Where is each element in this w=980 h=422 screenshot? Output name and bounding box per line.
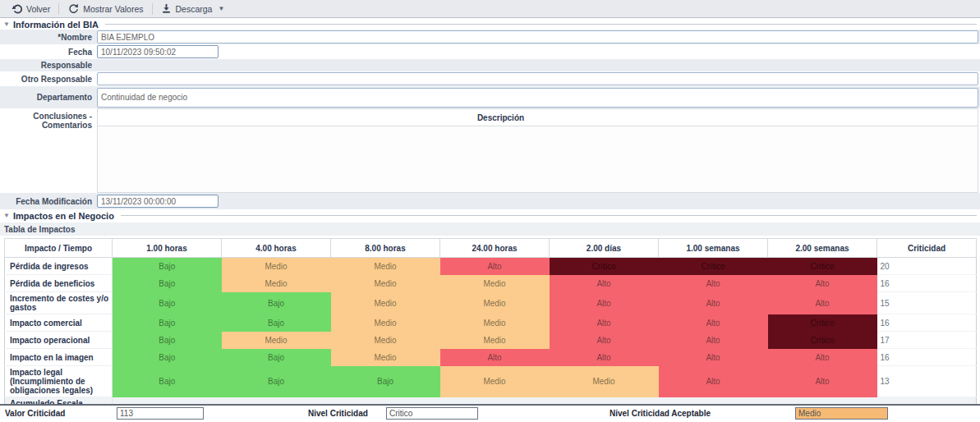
impact-cell-alto: Alto (659, 332, 768, 349)
impact-cell-critico: Crítico (659, 258, 768, 275)
impact-cell-alto: Alto (659, 292, 768, 314)
otro-responsable-label: Otro Responsable (0, 75, 97, 84)
impact-table-row: Impacto en la imagenBajoBajoMedioAltoAlt… (5, 349, 977, 366)
descarga-button[interactable]: Descarga ▼ (153, 0, 233, 18)
impact-cell-alto: Alto (659, 275, 768, 292)
impact-table-row: Pérdida de beneficiosBajoMedioMedioMedio… (5, 275, 977, 292)
impact-cell-alto: Alto (550, 332, 659, 349)
bia-page: Volver Mostrar Valores Descarga ▼ (0, 0, 980, 422)
refresh-icon (67, 3, 79, 14)
descripcion-textarea[interactable] (98, 126, 978, 192)
impact-cell-medio: Medio (440, 366, 550, 397)
criticidad-value: 16 (877, 314, 977, 332)
impact-cell-alto: Alto (550, 292, 659, 314)
departamento-label: Departamento (0, 93, 97, 102)
impact-cell-alto: Alto (768, 349, 877, 366)
impact-table: Impacto / Tiempo1.00 horas4.00 horas8.00… (4, 238, 977, 420)
impact-row-label: Impacto en la imagen (5, 349, 113, 366)
impact-cell-bajo: Bajo (222, 314, 331, 332)
section-informacion-title: Información del BIA (13, 20, 99, 30)
conclusiones-box: Descripción (97, 108, 978, 193)
impact-cell-critico: Crítico (768, 332, 877, 349)
impact-cell-critico: Crítico (768, 258, 877, 275)
form-row-nombre: *Nombre (0, 30, 980, 44)
section-informacion-header: ▼ Información del BIA (3, 19, 977, 30)
impact-row-label: Impacto comercial (5, 314, 113, 332)
form-row-responsable: Responsable (0, 59, 980, 71)
conclusiones-label: Conclusiones - Comentarios (0, 108, 97, 193)
impact-cell-medio: Medio (440, 314, 550, 332)
impact-cell-alto: Alto (440, 258, 550, 275)
nombre-input[interactable] (97, 30, 978, 44)
form-row-departamento: Departamento (0, 86, 980, 108)
impact-cell-alto: Alto (550, 275, 659, 292)
impact-cell-alto: Alto (550, 349, 659, 366)
impact-table-row: Impacto operacionalBajoMedioMedioMedioAl… (5, 332, 977, 349)
impact-cell-bajo: Bajo (113, 366, 222, 397)
volver-button[interactable]: Volver (3, 0, 58, 18)
impact-cell-bajo: Bajo (113, 349, 222, 366)
impact-cell-critico: Crítico (768, 314, 877, 332)
impact-row-label: Impacto legal (Incumplimiento de obligac… (5, 366, 113, 397)
impact-cell-alto: Alto (550, 314, 659, 332)
nivel-criticidad-aceptable-label: Nivel Criticidad Aceptable (610, 409, 711, 418)
criticidad-value: 17 (877, 332, 977, 349)
col-header: 8.00 horas (331, 239, 440, 258)
fecha-input[interactable] (97, 45, 219, 58)
criticidad-value: 15 (877, 292, 977, 314)
undo-icon (12, 4, 22, 14)
impact-cell-medio: Medio (222, 332, 331, 349)
col-header: 24.00 horas (440, 239, 550, 258)
col-header: 4.00 horas (222, 239, 331, 258)
departamento-input[interactable] (97, 88, 978, 108)
impact-cell-critico: Crítico (550, 258, 659, 275)
impact-cell-medio: Medio (331, 275, 440, 292)
col-header-impacto-tiempo: Impacto / Tiempo (5, 239, 113, 258)
fecha-modificacion-label: Fecha Modificación (0, 197, 97, 206)
responsable-label: Responsable (0, 61, 97, 70)
toolbar: Volver Mostrar Valores Descarga ▼ (0, 0, 980, 18)
impact-table-row: Pérdida de ingresosBajoMedioMedioAltoCrí… (5, 258, 977, 275)
impact-cell-alto: Alto (659, 349, 768, 366)
impact-row-label: Incremento de costes y/o gastos (5, 292, 113, 314)
impact-table-row: Impacto legal (Incumplimiento de obligac… (5, 366, 977, 397)
criticidad-value: 20 (877, 258, 977, 275)
descripcion-header: Descripción (98, 109, 978, 126)
form-row-fecha-modificacion: Fecha Modificación (0, 193, 980, 209)
impact-cell-alto: Alto (440, 349, 550, 366)
impact-cell-bajo: Bajo (222, 292, 331, 314)
collapse-icon[interactable]: ▼ (3, 21, 13, 28)
nivel-criticidad-label: Nivel Criticidad (308, 409, 368, 418)
impact-cell-medio: Medio (331, 258, 440, 275)
impact-cell-medio: Medio (331, 292, 440, 314)
collapse-icon[interactable]: ▼ (3, 212, 13, 219)
otro-responsable-input[interactable] (97, 72, 978, 85)
impact-row-label: Impacto operacional (5, 332, 113, 349)
impact-cell-bajo: Bajo (113, 314, 222, 332)
impact-table-header-row: Impacto / Tiempo1.00 horas4.00 horas8.00… (5, 239, 977, 258)
impact-cell-alto: Alto (659, 314, 768, 332)
criticidad-value: 16 (877, 275, 977, 292)
form-row-otro-responsable: Otro Responsable (0, 71, 980, 86)
valor-criticidad-input[interactable] (117, 407, 204, 420)
impact-cell-medio: Medio (331, 314, 440, 332)
impact-row-label: Pérdida de ingresos (5, 258, 113, 275)
section-divider (121, 215, 977, 216)
impact-cell-medio: Medio (331, 332, 440, 349)
form-row-fecha: Fecha (0, 44, 980, 59)
nivel-criticidad-input[interactable] (386, 407, 478, 420)
criticidad-value: 16 (877, 349, 977, 366)
nivel-aceptable-input[interactable] (795, 407, 888, 420)
mostrar-valores-button[interactable]: Mostrar Valores (59, 0, 151, 18)
download-icon (161, 3, 172, 14)
impact-row-label: Pérdida de beneficios (5, 275, 113, 292)
summary-bar: Valor Criticidad Nivel Criticidad Nivel … (0, 404, 980, 422)
impact-cell-medio: Medio (222, 258, 331, 275)
impact-cell-bajo: Bajo (113, 332, 222, 349)
fecha-modificacion-input[interactable] (97, 195, 219, 208)
fecha-label: Fecha (0, 48, 97, 57)
impact-cell-alto: Alto (768, 275, 877, 292)
impact-cell-bajo: Bajo (222, 366, 331, 397)
impact-cell-medio: Medio (440, 332, 550, 349)
impact-cell-bajo: Bajo (113, 292, 222, 314)
